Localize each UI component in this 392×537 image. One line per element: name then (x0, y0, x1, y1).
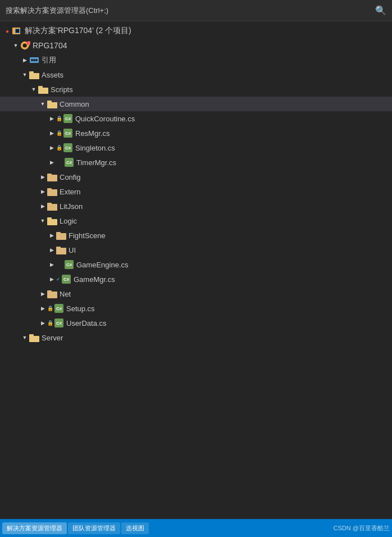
solution-label: 解决方案'RPG1704' (2 个项目) (25, 26, 131, 36)
search-label[interactable]: 搜索解决方案资源管理器(Ctrl+;) (6, 6, 108, 16)
references-icon (29, 55, 39, 65)
quickcoroutine-arrow[interactable] (47, 114, 56, 123)
litjson-folder-icon (47, 201, 57, 211)
config-arrow[interactable] (38, 172, 47, 181)
svg-text:!: ! (28, 42, 29, 45)
timermgr-file[interactable]: C# TimerMgr.cs (0, 155, 392, 170)
scripts-label: Scripts (51, 85, 73, 94)
singleton-file[interactable]: 🔒 C# Singleton.cs (0, 140, 392, 155)
common-arrow[interactable] (38, 99, 47, 108)
check-badge: ✓ (56, 276, 61, 282)
gamemgr-file[interactable]: ✓ C# GameMgr.cs (0, 272, 392, 286)
lock-badge-4: 🔒 (47, 306, 53, 311)
solution-arrow[interactable]: ● (3, 26, 12, 35)
config-folder[interactable]: Config (0, 170, 392, 184)
gamemgr-arrow[interactable] (47, 275, 56, 284)
scripts-folder[interactable]: Scripts (0, 82, 392, 97)
gameengine-arrow[interactable] (47, 260, 56, 269)
svg-rect-2 (16, 29, 19, 33)
net-arrow[interactable] (38, 289, 47, 298)
references-item[interactable]: 引用 (0, 53, 392, 67)
project-label: RPG1704 (33, 41, 67, 50)
gamemgr-label: GameMgr.cs (74, 275, 115, 284)
userdata-arrow[interactable] (38, 318, 47, 327)
logic-label: Logic (60, 217, 77, 225)
svg-rect-8 (28, 45, 30, 46)
fightscene-folder[interactable]: FightScene (0, 228, 392, 243)
gameengine-icon: C# (64, 260, 74, 270)
svg-point-4 (23, 43, 27, 47)
svg-rect-5 (24, 42, 25, 43)
solution-icon (12, 26, 22, 36)
config-folder-icon (47, 172, 57, 182)
lock-badge-5: 🔒 (47, 320, 53, 326)
logic-folder[interactable]: Logic (0, 213, 392, 228)
config-label: Config (60, 173, 81, 181)
taskbar-view-select[interactable]: 选视图 (121, 522, 149, 534)
fightscene-arrow[interactable] (47, 231, 56, 240)
singleton-label: Singleton.cs (75, 144, 115, 152)
ui-folder-icon (56, 245, 66, 255)
resmgr-label: ResMgr.cs (75, 129, 110, 138)
litjson-label: LitJson (60, 202, 83, 211)
assets-arrow[interactable] (20, 70, 29, 79)
ui-folder[interactable]: UI (0, 243, 392, 257)
timermgr-label: TimerMgr.cs (76, 158, 116, 167)
userdata-label: UserData.cs (66, 319, 107, 327)
server-folder[interactable]: Server (0, 330, 392, 345)
server-folder-icon (29, 333, 39, 343)
litjson-folder[interactable]: LitJson (0, 199, 392, 213)
userdata-file[interactable]: 🔒 C# UserData.cs (0, 316, 392, 330)
quickcoroutine-file[interactable]: 🔒 C# QuickCoroutine.cs (0, 111, 392, 126)
common-folder-icon (47, 99, 57, 109)
setup-label: Setup.cs (66, 304, 95, 313)
scripts-arrow[interactable] (29, 85, 38, 94)
extern-folder-icon (47, 186, 57, 197)
taskbar-solution-explorer[interactable]: 解决方案资源管理器 (2, 522, 67, 534)
timermgr-icon: C# (64, 157, 74, 167)
net-folder-icon (47, 289, 57, 299)
extern-arrow[interactable] (38, 187, 47, 196)
lock-badge-3: 🔒 (56, 145, 62, 151)
logic-folder-icon (47, 216, 57, 226)
resmgr-file[interactable]: 🔒 C# ResMgr.cs (0, 126, 392, 140)
userdata-icon: C# (54, 318, 64, 328)
setup-file[interactable]: 🔒 C# Setup.cs (0, 301, 392, 316)
solution-explorer-tree: ● 解决方案'RPG1704' (2 个项目) (0, 21, 392, 519)
extern-folder[interactable]: Extern (0, 184, 392, 199)
gameengine-file[interactable]: C# GameEngine.cs (0, 257, 392, 272)
svg-point-16 (31, 59, 33, 61)
timermgr-arrow[interactable] (47, 158, 56, 167)
common-folder[interactable]: Common (0, 97, 392, 111)
project-root[interactable]: ! RPG1704 (0, 38, 392, 53)
singleton-arrow[interactable] (47, 143, 56, 152)
svg-rect-6 (24, 48, 25, 50)
svg-point-17 (33, 59, 35, 61)
logic-arrow[interactable] (38, 216, 47, 225)
svg-rect-7 (21, 45, 22, 46)
quickcoroutine-icon: C# (63, 113, 73, 124)
setup-icon: C# (54, 303, 64, 313)
references-arrow[interactable] (20, 56, 29, 65)
taskbar-team-explorer[interactable]: 团队资源管理器 (68, 522, 120, 534)
assets-folder[interactable]: Assets (0, 67, 392, 82)
scripts-folder-icon (38, 84, 48, 94)
ui-arrow[interactable] (47, 245, 56, 254)
server-label: Server (42, 334, 63, 342)
search-icon[interactable]: 🔍 (375, 5, 386, 16)
setup-arrow[interactable] (38, 304, 47, 313)
assets-folder-icon (29, 70, 39, 80)
net-folder[interactable]: Net (0, 286, 392, 301)
assets-label: Assets (42, 71, 63, 79)
project-icon: ! (20, 40, 30, 51)
watermark: CSDN @百里香酷兰 (334, 524, 390, 533)
resmgr-arrow[interactable] (47, 129, 56, 138)
server-arrow[interactable] (20, 333, 29, 342)
singleton-icon: C# (63, 143, 73, 153)
references-label: 引用 (42, 55, 56, 65)
solution-root[interactable]: ● 解决方案'RPG1704' (2 个项目) (0, 24, 392, 38)
litjson-arrow[interactable] (38, 202, 47, 211)
fightscene-folder-icon (56, 230, 66, 240)
net-label: Net (60, 290, 71, 298)
project-arrow[interactable] (11, 41, 20, 50)
